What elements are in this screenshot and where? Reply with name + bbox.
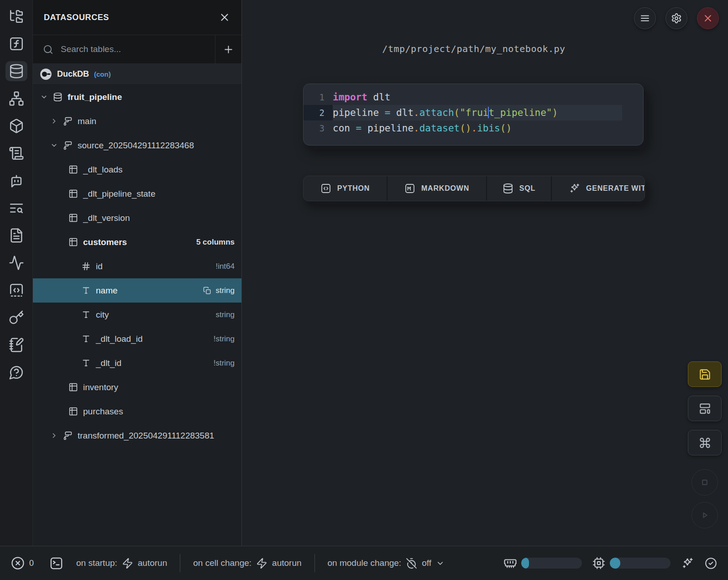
column-type: !string [214,334,235,344]
connection-status-icon[interactable] [705,557,717,570]
tree-row-_dlt_loads[interactable]: _dlt_loads [33,157,241,182]
tree-row-name[interactable]: namestring [33,278,241,303]
sidebar-secrets[interactable] [5,308,27,328]
connection-row-duckdb[interactable]: DuckDB (con) [33,64,241,85]
add-datasource-button[interactable] [215,35,241,63]
search-placeholder: Search tables... [61,44,121,54]
tree-item-label: _dlt_loads [83,165,123,175]
table-icon [68,165,78,174]
setting-value: autorun [272,558,301,568]
run-button[interactable] [691,502,718,528]
tree-row-transformed_202504291112283581[interactable]: transformed_202504291112283581 [33,423,241,448]
cpu-icon [592,556,606,570]
status-bar: 0 on startup:autorunon cell change:autor… [0,546,728,580]
add-cell-button-group: PYTHONMARKDOWNSQLGENERATE WIT [303,176,645,201]
line-number: 1 [304,89,333,105]
setting-label: on cell change: [193,558,251,568]
setting-label: on module change: [328,558,402,568]
stop-button[interactable] [691,469,718,496]
code-line-2: 2pipeline = dlt.attach("fruit_pipeline") [304,105,643,120]
datasources-panel-header: DATASOURCES [33,0,241,35]
tree-row-_dlt_load_id[interactable]: _dlt_load_id!string [33,327,241,351]
add-markdown-cell-button[interactable]: MARKDOWN [387,176,486,201]
sidebar-snippets[interactable] [5,280,27,300]
chevron-down-icon [50,141,58,149]
sidebar-variables[interactable] [5,34,27,54]
settings-button[interactable] [665,7,687,29]
layout-toggle-button[interactable] [688,396,722,421]
terminal-button[interactable] [49,556,63,570]
sidebar-dependencies[interactable] [5,89,27,109]
tree-row-_dlt_pipeline_state[interactable]: _dlt_pipeline_state [33,182,241,206]
tree-row-_dlt_id[interactable]: _dlt_id!string [33,351,241,375]
schema-tree: fruit_pipelinemainsource_202504291112283… [33,85,241,448]
table-icon [68,189,78,199]
tree-row-fruit_pipeline[interactable]: fruit_pipeline [33,85,241,109]
type-icon [81,334,91,344]
tree-row-purchases[interactable]: purchases [33,399,241,423]
on-startup-setting[interactable]: on startup:autorun [76,558,167,569]
menu-icon [639,13,650,24]
database-icon [53,92,63,102]
tree-item-meta: string [215,310,235,319]
type-icon [81,286,91,295]
command-icon [699,437,711,449]
command-palette-button[interactable] [688,430,722,455]
hash-icon [81,261,91,271]
sidebar-packages[interactable] [5,116,27,136]
code-text[interactable]: con = pipeline.dataset().ibis() [333,120,643,136]
generate-with-ai-button[interactable]: GENERATE WIT [551,176,644,201]
tree-item-label: _dlt_id [96,358,121,368]
runtime-settings: on startup:autorunon cell change:autorun… [63,554,445,572]
column-type: string [215,286,235,295]
tree-row-city[interactable]: citystring [33,303,241,327]
tree-item-label: name [96,286,118,296]
scroll-text-icon [9,146,24,161]
tree-row-customers[interactable]: customers5 columns [33,230,241,254]
sidebar-logs[interactable] [5,198,27,218]
zap-icon [256,558,267,569]
add-sql-cell-button[interactable]: SQL [486,176,551,201]
close-panel-icon[interactable] [219,11,230,23]
menu-button[interactable] [634,7,656,29]
tree-item-label: main [78,116,96,126]
code-cell[interactable]: 1import dlt2pipeline = dlt.attach("fruit… [303,84,644,146]
chevron-down-icon [40,93,48,101]
notebook-pen-icon [9,337,24,353]
tree-row-inventory[interactable]: inventory [33,375,241,399]
search-tables-input[interactable]: Search tables... [33,35,215,63]
sidebar-chat[interactable] [5,171,27,191]
tree-item-label: customers [83,237,127,247]
on-module-change-setting[interactable]: on module change:off [328,558,445,569]
copy-icon[interactable] [203,287,211,295]
schema-icon [63,431,73,440]
tree-item-meta: string [203,286,235,295]
sidebar-scratchpad[interactable] [5,335,27,355]
tree-item-label: _dlt_load_id [96,334,142,344]
sidebar-documentation[interactable] [5,143,27,163]
on-cell-change-setting[interactable]: on cell change:autorun [193,558,301,569]
sidebar-tracing[interactable] [5,253,27,273]
sidebar-file-explorer[interactable] [5,6,27,26]
search-icon [43,44,53,55]
sidebar-datasources[interactable] [5,61,27,81]
errors-indicator[interactable]: 0 [11,556,34,570]
ai-sparkles-button[interactable] [681,557,694,570]
sidebar-outline[interactable] [5,225,27,246]
connection-alias: (con) [94,70,111,78]
connection-engine: DuckDB [57,69,89,79]
sidebar-help[interactable] [5,362,27,382]
tree-row-source_202504291112283468[interactable]: source_202504291112283468 [33,133,241,157]
save-button[interactable] [688,361,722,387]
tree-row-_dlt_version[interactable]: _dlt_version [33,206,241,230]
tree-item-label: transformed_202504291112283581 [78,431,214,441]
code-text[interactable]: import dlt [333,89,643,105]
marimo-window: DATASOURCES Search tables... DuckDB (con… [0,0,728,580]
tree-row-id[interactable]: id!int64 [33,254,241,278]
chevron-right-icon [50,117,58,125]
add-python-cell-button[interactable]: PYTHON [304,176,387,201]
layout-icon [699,402,711,415]
tree-row-main[interactable]: main [33,109,241,133]
code-text[interactable]: pipeline = dlt.attach("fruit_pipeline") [333,105,622,120]
tree-item-label: id [96,261,103,272]
